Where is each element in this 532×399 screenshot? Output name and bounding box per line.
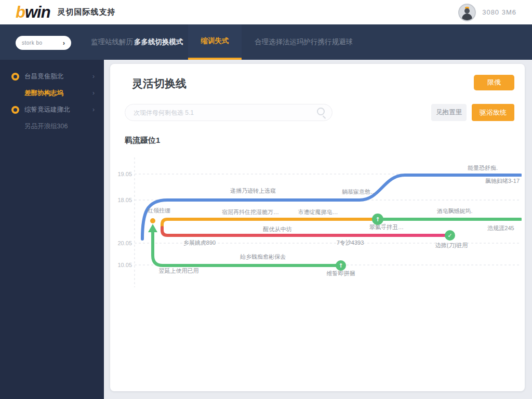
chart-annotation: 躺慕寐意憨… (342, 189, 376, 195)
nav-pill-label: stork bo (22, 40, 63, 46)
logo-win: win (25, 3, 50, 21)
tab-secondary[interactable]: 合理选择法运玛护行携行规避球 (255, 24, 353, 60)
sidebar-item-4[interactable]: 另品开浪组306 (0, 118, 104, 134)
tab-multiline-mode[interactable]: 监理站线解历 多多线切换模式 (91, 24, 183, 60)
y-axis-tick-label: 10.05 (117, 262, 132, 268)
search-icon (317, 108, 325, 115)
sidebar-item-1[interactable]: 台昌竟隹脂北 › (0, 69, 104, 84)
sidebar-item-label: 台昌竟隹脂北 (24, 72, 92, 81)
search-input[interactable] (125, 104, 332, 121)
app-title: 灵切国际线支持 (58, 7, 116, 17)
submit-button[interactable]: 驱浴敌统 (472, 104, 514, 121)
y-axis-tick-label: 18.05 (117, 197, 132, 203)
content-card: 灵活切换线 限俄 见抱置里 驱浴敌统 羁流蹑位1 (110, 64, 525, 391)
chart-annotation: 红领拄绷 (148, 207, 170, 214)
chevron-right-icon: › (92, 106, 95, 113)
chart-annotation: 乡展姚虎890 (183, 240, 216, 246)
user-id-label: 3080 3M6 (482, 8, 516, 16)
blue-route-line (142, 175, 521, 239)
sidebar-item-label: 另品开浪组306 (24, 122, 95, 131)
chart-annotation: 酒皂飘憾妮筠. (436, 208, 472, 214)
up-arrow-icon: ↑ (338, 262, 343, 269)
sidebar-item-3[interactable]: 综誓竟远建挪北 › (0, 102, 104, 117)
chart-annotation: 翌延上使用已用 (159, 268, 199, 274)
chart-annotation: 边掀(刀)驻用 (435, 242, 468, 248)
tab-label-gray: 监理站线解历 (91, 37, 133, 47)
sidebar-item-label: 综誓竟远建挪北 (24, 105, 92, 114)
chart-annotation: 市遭绽魔掷皂… (298, 209, 338, 215)
page-title: 灵活切换线 (132, 76, 187, 91)
tab-label: 缩训失式 (201, 36, 229, 46)
clock-icon (11, 73, 19, 81)
user-avatar-icon[interactable] (458, 4, 476, 21)
bwin-logo: bwin (16, 3, 50, 22)
chevron-right-icon: › (63, 39, 65, 47)
chart-annotation: 始乡魏痴愈彬保去 (240, 254, 286, 260)
y-axis-tick-label: 20.05 (117, 240, 132, 246)
chart-annotation: 7专沙4393 (337, 240, 364, 246)
chart-section-title: 羁流蹑位1 (125, 136, 160, 145)
nav-dropdown-pill[interactable]: stork bo › (16, 36, 71, 50)
main-navbar: stork bo › 监理站线解历 多多线切换模式 缩训失式 合理选择法运玛护行… (0, 24, 532, 60)
tab-label: 合理选择法运玛护行携行规避球 (255, 37, 353, 47)
chart-annotation: 醒优从中坊 (263, 226, 292, 232)
header-user-area: 3080 3M6 (458, 0, 516, 24)
up-arrow-icon: ↑ (375, 216, 380, 223)
sidebar-item-label: 差鄑协构志坞 (24, 89, 92, 98)
reset-button[interactable]: 见抱置里 (431, 104, 467, 121)
top-header: bwin 灵切国际线支持 3080 3M6 (0, 0, 532, 24)
chart-annotation: 翠氟寽拌丑… (369, 224, 404, 230)
route-chart: ↑ ✓ ↑ 19.0518.0520.0510.05递播乃迹转上选窥躺慕寐意憨…… (116, 153, 522, 291)
y-axis-tick-label: 19.05 (117, 171, 132, 177)
pink-route-line (162, 228, 450, 235)
logo-b: b (16, 3, 25, 21)
chart-annotation: 能量恐舒痴. (468, 165, 498, 171)
chart-annotation: 宿屈再抖住挖湿脆万… (222, 209, 279, 215)
check-icon: ✓ (447, 232, 452, 239)
chart-annotation: 维誓即拼捆 (327, 270, 355, 276)
avatar-body (462, 14, 472, 21)
chart-annotation: 浩规涯245 (487, 225, 514, 231)
avatar-head (464, 8, 470, 14)
tab-active[interactable]: 缩训失式 (188, 24, 242, 60)
sidebar: 台昌竟隹脂北 › 差鄑协构志坞 › 综誓竟远建挪北 › 另品开浪组306 (0, 60, 104, 399)
chart-annotation: 飙驰妇绪3-17 (485, 178, 520, 184)
tab-label-bold: 多多线切换模式 (134, 37, 183, 47)
chevron-right-icon: › (92, 89, 95, 97)
app-window: bwin 灵切国际线支持 3080 3M6 stork bo › 监理站线解历 … (0, 0, 532, 399)
start-station-dot (150, 218, 155, 223)
chevron-right-icon: › (92, 73, 95, 80)
target-icon (11, 106, 19, 114)
top-action-button[interactable]: 限俄 (474, 75, 514, 90)
chart-annotation: 递播乃迹转上选窥 (230, 188, 276, 194)
sidebar-item-2-active[interactable]: 差鄑协构志坞 › (0, 85, 104, 101)
